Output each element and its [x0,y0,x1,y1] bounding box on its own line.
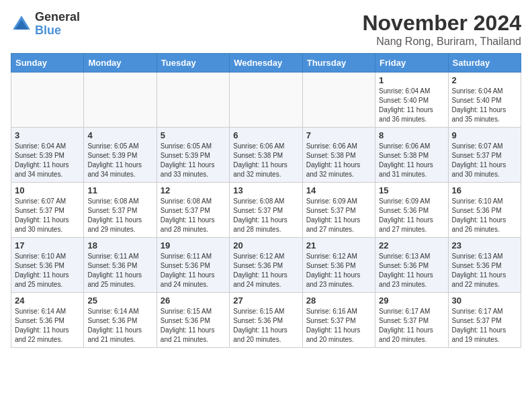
calendar-week-row: 1Sunrise: 6:04 AM Sunset: 5:40 PM Daylig… [11,73,521,128]
day-number: 22 [379,240,444,250]
day-info: Sunrise: 6:08 AM Sunset: 5:37 PM Dayligh… [87,197,152,234]
day-number: 20 [233,240,298,250]
day-number: 5 [161,130,226,140]
calendar-week-row: 24Sunrise: 6:14 AM Sunset: 5:36 PM Dayli… [11,293,521,348]
calendar-cell: 24Sunrise: 6:14 AM Sunset: 5:36 PM Dayli… [11,293,84,348]
day-info: Sunrise: 6:09 AM Sunset: 5:36 PM Dayligh… [379,197,444,234]
calendar-cell [11,73,84,128]
calendar-cell [157,73,229,128]
day-info: Sunrise: 6:14 AM Sunset: 5:36 PM Dayligh… [87,307,152,345]
day-number: 13 [233,185,298,195]
weekday-header-saturday: Saturday [448,54,521,73]
calendar-cell: 29Sunrise: 6:17 AM Sunset: 5:37 PM Dayli… [375,293,448,348]
calendar-cell: 25Sunrise: 6:14 AM Sunset: 5:36 PM Dayli… [84,293,157,348]
month-title: November 2024 [362,11,521,36]
calendar-cell: 27Sunrise: 6:15 AM Sunset: 5:36 PM Dayli… [230,293,302,348]
day-number: 21 [306,240,371,250]
day-number: 10 [15,185,80,195]
calendar-cell: 10Sunrise: 6:07 AM Sunset: 5:37 PM Dayli… [11,183,84,238]
calendar-cell: 6Sunrise: 6:06 AM Sunset: 5:38 PM Daylig… [230,128,302,183]
day-info: Sunrise: 6:05 AM Sunset: 5:39 PM Dayligh… [161,142,226,179]
calendar-cell [84,73,157,128]
day-number: 1 [379,75,444,85]
day-number: 18 [87,240,152,250]
day-number: 28 [306,295,371,306]
weekday-header-monday: Monday [84,54,157,73]
calendar-cell: 7Sunrise: 6:06 AM Sunset: 5:38 PM Daylig… [302,128,375,183]
weekday-header-friday: Friday [375,54,448,73]
day-number: 11 [87,185,152,195]
weekday-header-tuesday: Tuesday [157,54,229,73]
day-info: Sunrise: 6:13 AM Sunset: 5:36 PM Dayligh… [452,252,517,289]
calendar-cell: 18Sunrise: 6:11 AM Sunset: 5:36 PM Dayli… [84,238,157,293]
weekday-header-sunday: Sunday [11,54,84,73]
day-number: 19 [161,240,226,250]
calendar-cell: 20Sunrise: 6:12 AM Sunset: 5:36 PM Dayli… [230,238,302,293]
calendar-cell: 22Sunrise: 6:13 AM Sunset: 5:36 PM Dayli… [375,238,448,293]
day-info: Sunrise: 6:08 AM Sunset: 5:37 PM Dayligh… [233,197,298,234]
day-number: 8 [379,130,444,140]
location-title: Nang Rong, Buriram, Thailand [362,36,521,48]
day-number: 29 [379,295,444,306]
calendar-cell [230,73,302,128]
day-info: Sunrise: 6:17 AM Sunset: 5:37 PM Dayligh… [379,307,444,345]
day-info: Sunrise: 6:05 AM Sunset: 5:39 PM Dayligh… [87,142,152,179]
calendar-cell: 15Sunrise: 6:09 AM Sunset: 5:36 PM Dayli… [375,183,448,238]
logo-blue: Blue [35,24,80,38]
calendar-week-row: 17Sunrise: 6:10 AM Sunset: 5:36 PM Dayli… [11,238,521,293]
calendar-cell: 9Sunrise: 6:07 AM Sunset: 5:37 PM Daylig… [448,128,521,183]
calendar-cell: 1Sunrise: 6:04 AM Sunset: 5:40 PM Daylig… [375,73,448,128]
calendar-cell: 16Sunrise: 6:10 AM Sunset: 5:36 PM Dayli… [448,183,521,238]
day-number: 17 [15,240,80,250]
day-info: Sunrise: 6:12 AM Sunset: 5:36 PM Dayligh… [233,252,298,289]
day-info: Sunrise: 6:17 AM Sunset: 5:37 PM Dayligh… [452,307,517,345]
calendar-cell: 8Sunrise: 6:06 AM Sunset: 5:38 PM Daylig… [375,128,448,183]
day-info: Sunrise: 6:13 AM Sunset: 5:36 PM Dayligh… [379,252,444,289]
day-info: Sunrise: 6:12 AM Sunset: 5:36 PM Dayligh… [306,252,371,289]
day-number: 3 [15,130,80,140]
calendar-cell: 14Sunrise: 6:09 AM Sunset: 5:37 PM Dayli… [302,183,375,238]
day-info: Sunrise: 6:11 AM Sunset: 5:36 PM Dayligh… [87,252,152,289]
calendar-cell: 5Sunrise: 6:05 AM Sunset: 5:39 PM Daylig… [157,128,229,183]
day-number: 6 [233,130,298,140]
title-block: November 2024 Nang Rong, Buriram, Thaila… [362,11,521,48]
day-info: Sunrise: 6:15 AM Sunset: 5:36 PM Dayligh… [161,307,226,345]
day-info: Sunrise: 6:07 AM Sunset: 5:37 PM Dayligh… [15,197,80,234]
calendar: SundayMondayTuesdayWednesdayThursdayFrid… [11,53,521,348]
day-info: Sunrise: 6:08 AM Sunset: 5:37 PM Dayligh… [161,197,226,234]
day-number: 15 [379,185,444,195]
day-info: Sunrise: 6:04 AM Sunset: 5:39 PM Dayligh… [15,142,80,179]
day-number: 4 [87,130,152,140]
day-number: 26 [161,295,226,306]
header: General Blue November 2024 Nang Rong, Bu… [11,11,521,48]
day-info: Sunrise: 6:06 AM Sunset: 5:38 PM Dayligh… [233,142,298,179]
day-info: Sunrise: 6:07 AM Sunset: 5:37 PM Dayligh… [452,142,517,179]
day-number: 25 [87,295,152,306]
day-number: 27 [233,295,298,306]
weekday-header-wednesday: Wednesday [230,54,302,73]
day-info: Sunrise: 6:10 AM Sunset: 5:36 PM Dayligh… [15,252,80,289]
calendar-cell: 11Sunrise: 6:08 AM Sunset: 5:37 PM Dayli… [84,183,157,238]
day-info: Sunrise: 6:11 AM Sunset: 5:36 PM Dayligh… [161,252,226,289]
day-number: 2 [452,75,517,85]
day-number: 14 [306,185,371,195]
day-number: 9 [452,130,517,140]
day-info: Sunrise: 6:10 AM Sunset: 5:36 PM Dayligh… [452,197,517,234]
calendar-cell: 12Sunrise: 6:08 AM Sunset: 5:37 PM Dayli… [157,183,229,238]
day-info: Sunrise: 6:09 AM Sunset: 5:37 PM Dayligh… [306,197,371,234]
day-info: Sunrise: 6:06 AM Sunset: 5:38 PM Dayligh… [379,142,444,179]
day-number: 23 [452,240,517,250]
calendar-cell: 13Sunrise: 6:08 AM Sunset: 5:37 PM Dayli… [230,183,302,238]
calendar-header-row: SundayMondayTuesdayWednesdayThursdayFrid… [11,54,521,73]
calendar-cell: 17Sunrise: 6:10 AM Sunset: 5:36 PM Dayli… [11,238,84,293]
weekday-header-thursday: Thursday [302,54,375,73]
calendar-cell: 4Sunrise: 6:05 AM Sunset: 5:39 PM Daylig… [84,128,157,183]
calendar-week-row: 10Sunrise: 6:07 AM Sunset: 5:37 PM Dayli… [11,183,521,238]
calendar-cell: 30Sunrise: 6:17 AM Sunset: 5:37 PM Dayli… [448,293,521,348]
day-info: Sunrise: 6:15 AM Sunset: 5:36 PM Dayligh… [233,307,298,345]
day-info: Sunrise: 6:14 AM Sunset: 5:36 PM Dayligh… [15,307,80,345]
calendar-cell: 3Sunrise: 6:04 AM Sunset: 5:39 PM Daylig… [11,128,84,183]
logo-icon [11,13,32,35]
calendar-cell: 21Sunrise: 6:12 AM Sunset: 5:36 PM Dayli… [302,238,375,293]
calendar-week-row: 3Sunrise: 6:04 AM Sunset: 5:39 PM Daylig… [11,128,521,183]
